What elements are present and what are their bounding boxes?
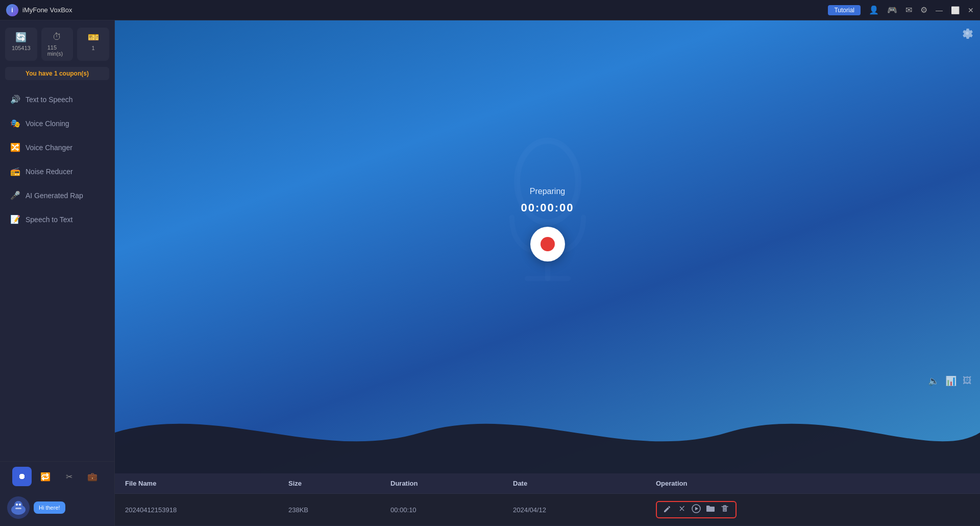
stt-label: Speech to Text: [26, 216, 72, 224]
col-filename: File Name: [125, 480, 288, 487]
recording-action-icons: 🔈 📊 🖼: [928, 375, 972, 387]
delete-op-button[interactable]: [720, 504, 729, 515]
volume-icon[interactable]: 🔈: [928, 375, 939, 387]
sidebar-item-speech-to-text[interactable]: 📝 Speech to Text: [0, 207, 114, 231]
cut-bottom-icon[interactable]: ✂: [59, 467, 79, 486]
col-operation: Operation: [656, 480, 970, 487]
sidebar-item-noise-reducer[interactable]: 📻 Noise Reducer: [0, 159, 114, 183]
sidebar-item-text-to-speech[interactable]: 🔊 Text to Speech: [0, 87, 114, 111]
cell-filename: 20240412153918: [125, 506, 288, 514]
edit-op-button[interactable]: [663, 504, 672, 515]
table-header: File Name Size Duration Date Operation: [115, 473, 980, 494]
folder-op-button[interactable]: [706, 504, 715, 515]
record-bottom-icon[interactable]: ⏺: [12, 467, 32, 486]
chatbot-area: Hi there!: [0, 491, 114, 526]
profile-icon[interactable]: 👤: [869, 5, 879, 15]
waveform-icon[interactable]: 📊: [945, 375, 957, 387]
sidebar-item-voice-changer[interactable]: 🔀 Voice Changer: [0, 135, 114, 159]
col-date: Date: [513, 480, 656, 487]
rap-label: AI Generated Rap: [26, 192, 83, 200]
sidebar-item-voice-cloning[interactable]: 🎭 Voice Cloning: [0, 111, 114, 135]
sidebar-bottom: ⏺ 🔁 ✂ 💼: [0, 461, 114, 491]
recording-center: Preparing 00:00:00: [521, 187, 574, 261]
stat-characters: 🔄 105413: [5, 28, 37, 61]
stt-icon: 📝: [10, 214, 20, 224]
maximize-button[interactable]: ⬜: [951, 6, 960, 14]
file-table: File Name Size Duration Date Operation 2…: [115, 473, 980, 526]
wave-background: [115, 392, 980, 473]
settings-icon[interactable]: ⚙: [920, 5, 927, 15]
nr-label: Noise Reducer: [26, 168, 73, 176]
app-title: iMyFone VoxBox: [22, 6, 828, 14]
image-icon[interactable]: 🖼: [963, 375, 972, 387]
recording-area: Preparing 00:00:00 🔈 📊 🖼: [115, 20, 980, 473]
recording-status: Preparing: [530, 187, 565, 196]
app-logo: i: [6, 4, 18, 16]
record-dot: [540, 237, 554, 251]
stat-coupons: 🎫 1: [77, 28, 109, 61]
recording-settings-button[interactable]: [962, 28, 973, 41]
tts-label: Text to Speech: [26, 95, 73, 104]
rap-icon: 🎤: [10, 190, 20, 200]
gamepad-icon[interactable]: 🎮: [887, 5, 897, 15]
table-row: 20240412153918 238KB 00:00:10 2024/04/12: [115, 494, 980, 526]
cell-duration: 00:00:10: [390, 506, 513, 514]
operation-button-group: [656, 501, 737, 518]
sidebar-nav: 🔊 Text to Speech 🎭 Voice Cloning 🔀 Voice…: [0, 85, 114, 461]
vc-icon: 🎭: [10, 118, 20, 128]
sidebar-stats: 🔄 105413 ⏱ 115 min(s) 🎫 1: [0, 20, 114, 65]
col-size: Size: [288, 480, 390, 487]
svg-marker-11: [695, 507, 698, 511]
record-button[interactable]: [530, 227, 565, 261]
tts-icon: 🔊: [10, 94, 20, 104]
briefcase-bottom-icon[interactable]: 💼: [83, 467, 102, 486]
minimize-button[interactable]: —: [936, 6, 943, 14]
chatbot-avatar: [7, 496, 30, 519]
recording-time: 00:00:00: [521, 201, 574, 214]
titlebar-icons: 👤 🎮 ✉ ⚙: [869, 5, 927, 15]
cell-size: 238KB: [288, 506, 390, 514]
nr-icon: 📻: [10, 166, 20, 176]
coupons-icon: 🎫: [88, 32, 99, 43]
sidebar-item-ai-rap[interactable]: 🎤 AI Generated Rap: [0, 183, 114, 207]
minutes-icon: ⏱: [53, 32, 62, 42]
mail-icon[interactable]: ✉: [905, 5, 912, 15]
vc-label: Voice Cloning: [26, 119, 69, 128]
main-content: Preparing 00:00:00 🔈 📊 🖼 File Name Size …: [115, 20, 980, 526]
coupons-value: 1: [92, 45, 95, 51]
characters-icon: 🔄: [15, 32, 27, 43]
svg-rect-5: [15, 508, 21, 509]
characters-value: 105413: [12, 45, 31, 51]
cell-operation: [656, 501, 970, 518]
sidebar: 🔄 105413 ⏱ 115 min(s) 🎫 1 You have 1 cou…: [0, 20, 115, 526]
titlebar: i iMyFone VoxBox Tutorial 👤 🎮 ✉ ⚙ — ⬜ ✕: [0, 0, 980, 20]
chatbot-bubble[interactable]: Hi there!: [34, 501, 65, 514]
loop-bottom-icon[interactable]: 🔁: [36, 467, 55, 486]
close-button[interactable]: ✕: [968, 6, 974, 14]
col-duration: Duration: [390, 480, 513, 487]
cut-op-button[interactable]: [677, 504, 687, 515]
svg-point-4: [19, 504, 21, 506]
coupon-text: You have 1 coupon(s): [26, 70, 89, 77]
minutes-value: 115 min(s): [47, 44, 67, 57]
play-op-button[interactable]: [692, 504, 701, 515]
tutorial-button[interactable]: Tutorial: [828, 5, 861, 15]
vch-label: Voice Changer: [26, 144, 72, 152]
stat-minutes: ⏱ 115 min(s): [41, 28, 74, 61]
coupon-bar: You have 1 coupon(s): [5, 67, 109, 80]
window-controls: — ⬜ ✕: [936, 6, 974, 14]
vch-icon: 🔀: [10, 142, 20, 152]
cell-date: 2024/04/12: [513, 506, 656, 514]
svg-point-3: [16, 504, 18, 506]
